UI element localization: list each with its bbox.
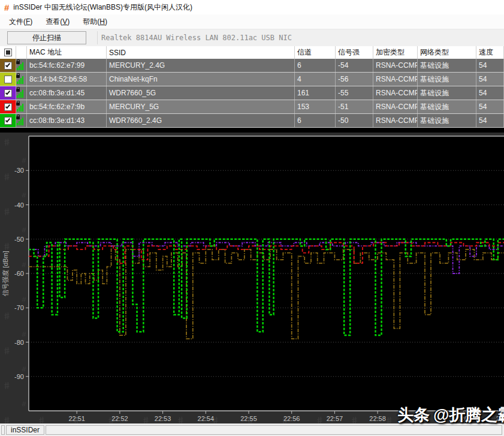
chart-panel: ##-30-40-50-60-70-80-9022:5122:5222:5322… — [0, 133, 504, 423]
svg-text:22:58: 22:58 — [369, 415, 386, 422]
column-header[interactable]: 加密类型 — [373, 46, 418, 59]
cell-encryption: RSNA-CCMP — [373, 100, 418, 113]
secure-signal-strength-icon — [16, 103, 26, 112]
lock-icon — [16, 89, 20, 92]
secure-signal-strength-icon — [16, 75, 26, 84]
cell-mac: bc:54:fc:62:e7:9b — [27, 100, 107, 113]
svg-text:-90: -90 — [14, 373, 24, 380]
status-grip-panel — [1, 425, 5, 435]
table-row[interactable]: cc:08:fb:3e:d1:43WDR7660_2.4G6-50RSNA-CC… — [0, 114, 504, 128]
svg-text:-70: -70 — [14, 304, 24, 311]
row-checkbox[interactable] — [4, 76, 12, 83]
row-checkbox[interactable] — [4, 117, 12, 125]
table-row[interactable]: cc:08:fb:3e:d1:45WDR7660_5G161-55RSNA-CC… — [0, 86, 504, 100]
secure-signal-strength-icon — [16, 89, 26, 98]
signal-time-chart: ##-30-40-50-60-70-80-9022:5122:5222:5322… — [0, 133, 504, 423]
table-row[interactable]: bc:54:fc:62:e7:9bMERCURY_5G153-51RSNA-CC… — [0, 100, 504, 114]
table-row[interactable]: 8c:14:b4:52:b6:58ChinaNet-kqFn4-56RSNA-C… — [0, 73, 504, 86]
row-color-cell — [0, 86, 16, 100]
cell-signal: -50 — [336, 114, 373, 127]
column-header[interactable]: MAC 地址 — [27, 46, 107, 59]
svg-text:-60: -60 — [14, 270, 24, 277]
menu-item[interactable]: 文件(F) — [2, 14, 39, 29]
tristate-mark-icon — [6, 50, 10, 55]
svg-text:-80: -80 — [14, 339, 24, 346]
table-row[interactable]: bc:54:fc:62:e7:99MERCURY_2.4G6-54RSNA-CC… — [0, 59, 504, 73]
cell-signal: -56 — [336, 73, 373, 86]
adapter-name-label: Realtek 8814AU Wireless LAN 802.11ac USB… — [97, 31, 504, 44]
cell-ssid: ChinaNet-kqFn — [107, 73, 295, 86]
cell-channel: 153 — [295, 100, 336, 113]
cell-encryption: RSNA-CCMP — [373, 59, 418, 72]
row-icon-cell — [16, 100, 27, 113]
row-icon-cell — [16, 59, 27, 72]
check-mark-icon — [5, 104, 10, 109]
cell-mac: 8c:14:b4:52:b6:58 — [27, 73, 107, 86]
cell-ssid: MERCURY_2.4G — [107, 59, 295, 72]
cell-signal: -51 — [336, 100, 373, 113]
lock-icon — [16, 61, 20, 64]
row-icon-cell — [16, 73, 27, 86]
row-icon-cell — [16, 114, 27, 127]
menu-item[interactable]: 查看(V) — [39, 14, 76, 29]
svg-text:22:54: 22:54 — [198, 415, 215, 422]
cell-ssid: MERCURY_5G — [107, 100, 295, 113]
app-logo-icon: # — [4, 2, 9, 13]
column-header[interactable]: SSID — [107, 46, 295, 59]
column-header[interactable]: 信号强 — [336, 46, 373, 59]
cell-ssid: WDR7660_5G — [107, 86, 295, 100]
check-mark-icon — [5, 90, 10, 95]
cell-channel: 4 — [295, 73, 336, 86]
cell-mac: cc:08:fb:3e:d1:45 — [27, 86, 107, 100]
cell-signal: -55 — [336, 86, 373, 100]
title-bar: # inSSIDer 中国无线论坛(WlanBBS)专用版(风中闲人汉化) — [0, 0, 504, 14]
svg-text:-40: -40 — [14, 202, 24, 209]
cell-network: 基础设施 — [418, 59, 476, 72]
tab-inssider[interactable]: inSSIDer — [6, 425, 44, 435]
row-checkbox[interactable] — [4, 89, 12, 97]
status-empty-panel — [46, 425, 502, 435]
select-all-checkbox[interactable] — [4, 49, 12, 56]
y-axis-title: 信号强度 [dBm] — [2, 251, 9, 296]
column-header[interactable]: 速度 — [476, 46, 504, 59]
column-header[interactable]: 网络类型 — [418, 46, 476, 59]
check-mark-icon — [5, 62, 10, 68]
cell-channel: 6 — [295, 59, 336, 72]
row-color-cell — [0, 73, 16, 86]
cell-encryption: RSNA-CCMP — [373, 114, 418, 127]
cell-speed: 54 — [476, 114, 504, 127]
select-all-checkbox-cell[interactable] — [0, 46, 16, 59]
row-color-cell — [0, 59, 16, 72]
row-checkbox[interactable] — [4, 103, 12, 111]
svg-text:22:51: 22:51 — [68, 415, 85, 422]
cell-network: 基础设施 — [418, 86, 476, 100]
svg-text:22:57: 22:57 — [327, 415, 343, 422]
inssider-window: # inSSIDer 中国无线论坛(WlanBBS)专用版(风中闲人汉化) 文件… — [0, 0, 504, 436]
cell-channel: 161 — [295, 86, 336, 100]
svg-text:-50: -50 — [14, 236, 24, 243]
network-table-body: bc:54:fc:62:e7:99MERCURY_2.4G6-54RSNA-CC… — [0, 59, 504, 128]
network-table: MAC 地址SSID信道信号强加密类型网络类型速度 bc:54:fc:62:e7… — [0, 46, 504, 128]
cell-speed: 54 — [476, 100, 504, 113]
column-header[interactable] — [16, 46, 27, 59]
stop-scan-button[interactable]: 停止扫描 — [7, 31, 86, 44]
toolbar: 停止扫描 Realtek 8814AU Wireless LAN 802.11a… — [0, 29, 504, 46]
row-checkbox[interactable] — [4, 62, 12, 70]
cell-network: 基础设施 — [418, 114, 476, 127]
cell-ssid: WDR7660_2.4G — [107, 114, 295, 127]
lock-icon — [16, 103, 20, 106]
cell-speed: 54 — [476, 73, 504, 86]
row-color-cell — [0, 100, 16, 113]
cell-encryption: RSNA-CCMP — [373, 73, 418, 86]
column-header[interactable]: 信道 — [295, 46, 336, 59]
check-mark-icon — [5, 118, 10, 123]
svg-text:22:53: 22:53 — [155, 415, 171, 422]
svg-text:22:52: 22:52 — [111, 415, 128, 422]
network-table-header: MAC 地址SSID信道信号强加密类型网络类型速度 — [0, 46, 504, 59]
watermark-brand: 头条 — [397, 406, 430, 424]
toutiao-watermark: 头条@折腾之霸 — [397, 404, 504, 426]
window-title: inSSIDer 中国无线论坛(WlanBBS)专用版(风中闲人汉化) — [13, 2, 192, 13]
table-empty-area — [0, 128, 504, 133]
row-color-cell — [0, 114, 16, 127]
menu-item[interactable]: 帮助(H) — [76, 14, 114, 29]
